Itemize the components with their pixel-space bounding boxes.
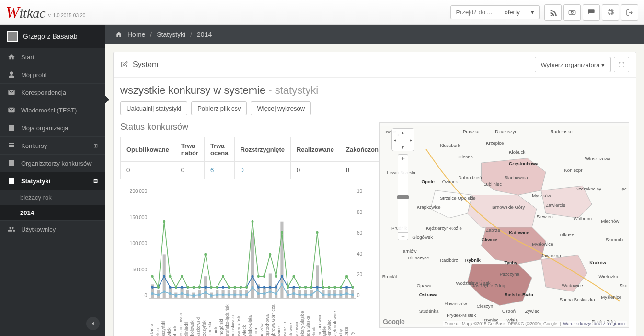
fullscreen-icon[interactable]: [614, 57, 629, 72]
nav-messages[interactable]: Wiadomości (TEST): [0, 101, 105, 119]
nav-profile[interactable]: Mój profil: [0, 66, 105, 84]
svg-text:Ozimek: Ozimek: [442, 179, 458, 185]
app-logo: Witkac: [6, 3, 46, 22]
breadcrumb-stats[interactable]: Statystyki: [157, 31, 185, 38]
nav-stats-2014[interactable]: 2014: [0, 205, 105, 221]
svg-point-64: [310, 293, 312, 296]
svg-text:Olkusz: Olkusz: [560, 232, 574, 237]
svg-point-59: [281, 283, 283, 286]
svg-point-93: [275, 286, 277, 289]
svg-point-55: [257, 292, 260, 295]
svg-text:Opole: Opole: [422, 179, 435, 185]
svg-point-110: [169, 275, 172, 278]
svg-text:Częstochowa: Częstochowa: [509, 161, 539, 166]
status-title: Status konkursów: [120, 122, 370, 132]
svg-point-84: [222, 286, 224, 289]
svg-point-136: [322, 286, 324, 289]
svg-point-60: [287, 293, 289, 296]
svg-point-66: [322, 293, 324, 296]
svg-point-54: [252, 286, 254, 289]
svg-point-134: [310, 286, 312, 289]
svg-point-44: [193, 294, 195, 297]
svg-text:Hawierzów: Hawierzów: [445, 301, 467, 306]
svg-point-141: [351, 286, 354, 289]
svg-point-109: [163, 220, 165, 223]
svg-text:Cieszyn: Cieszyn: [477, 303, 493, 309]
nav-contests[interactable]: Konkursy⊞: [0, 137, 105, 155]
goto-input[interactable]: [450, 5, 498, 19]
svg-point-119: [222, 275, 224, 278]
svg-point-114: [193, 286, 195, 289]
rss-icon[interactable]: [544, 4, 562, 21]
gear-icon[interactable]: [602, 4, 619, 21]
map-pan-control[interactable]: ▴▾ ◂▸: [391, 128, 414, 151]
svg-point-138: [334, 286, 336, 289]
svg-point-41: [175, 294, 177, 297]
nav-organizers[interactable]: Organizatorzy konkursów: [0, 155, 105, 172]
svg-text:Ostrawa: Ostrawa: [419, 292, 438, 297]
svg-text:Zawiercie: Zawiercie: [546, 202, 565, 208]
nav-start[interactable]: Start: [0, 48, 105, 66]
svg-text:Racibórz: Racibórz: [440, 258, 458, 263]
svg-point-81: [204, 286, 207, 289]
btn-more-charts[interactable]: Więcej wykresów: [251, 101, 311, 115]
svg-point-130: [287, 286, 289, 289]
chat-icon[interactable]: [583, 4, 600, 21]
money-icon[interactable]: [564, 4, 581, 21]
org-selector[interactable]: Wybierz organizatora ▾: [535, 57, 611, 72]
svg-point-75: [169, 286, 172, 289]
collapse-icon: ⊟: [93, 178, 98, 184]
svg-point-116: [204, 253, 207, 256]
svg-point-62: [299, 293, 301, 296]
svg-point-71: [351, 293, 354, 296]
svg-point-37: [151, 292, 154, 295]
svg-point-90: [257, 286, 260, 289]
svg-text:Wadowice: Wadowice: [562, 283, 583, 288]
svg-point-51: [234, 293, 236, 296]
btn-update-stats[interactable]: Uaktualnij statystyki: [120, 101, 187, 115]
svg-point-137: [328, 286, 330, 289]
svg-text:Siewierz: Siewierz: [537, 214, 554, 219]
nav-users[interactable]: Użytkownicy: [0, 221, 105, 238]
svg-text:Szczekociny: Szczekociny: [575, 186, 601, 191]
status-table: OpublikowaneTrwa nabórTrwa ocenaRozstrzy…: [120, 137, 388, 179]
username: Grzegorz Basarab: [23, 33, 78, 40]
svg-point-42: [181, 292, 183, 295]
svg-point-43: [186, 293, 189, 296]
svg-text:Strzelce Opolskie: Strzelce Opolskie: [440, 195, 476, 201]
nav-org[interactable]: Moja organizacja: [0, 119, 105, 137]
svg-text:Myszków: Myszków: [532, 193, 551, 198]
goto-group: oferty ▾: [450, 5, 540, 19]
map-zoom-control[interactable]: + −: [398, 154, 408, 240]
logout-icon[interactable]: [621, 4, 638, 21]
svg-text:Jastrzębie-Zdrój: Jastrzębie-Zdrój: [472, 283, 505, 288]
svg-text:Bruntál: Bruntál: [382, 274, 397, 279]
svg-rect-0: [569, 11, 575, 14]
goto-type-label[interactable]: oferty: [498, 5, 526, 19]
svg-point-133: [304, 286, 307, 289]
svg-point-77: [181, 286, 183, 289]
goto-caret[interactable]: ▾: [526, 5, 540, 19]
panel-title: System: [133, 60, 158, 69]
svg-text:Kluczbork: Kluczbork: [440, 143, 460, 148]
nav-correspondence[interactable]: Korespondencja: [0, 84, 105, 101]
map-terms-link[interactable]: Warunki korzystania z programu: [563, 321, 625, 326]
svg-point-124: [252, 220, 254, 223]
svg-point-89: [252, 275, 254, 278]
nav-stats-current[interactable]: bieżący rok: [0, 190, 105, 205]
svg-point-126: [263, 275, 265, 278]
btn-download-csv[interactable]: Pobierz plik csv: [191, 101, 247, 115]
breadcrumb-home[interactable]: Home: [127, 31, 145, 38]
user-row[interactable]: Grzegorz Basarab: [0, 25, 105, 48]
svg-text:Słomniki: Słomniki: [606, 237, 623, 242]
sidebar-collapse-btn[interactable]: [86, 317, 100, 330]
svg-point-38: [157, 293, 160, 296]
nav-stats[interactable]: Statystyki⊟: [0, 172, 105, 190]
map[interactable]: owice Praszka Działoszyn Radomsko Kluczb…: [380, 122, 629, 328]
app-version: v. 1.0 2015-03-20: [48, 13, 86, 18]
svg-point-113: [186, 286, 189, 289]
svg-text:Jęc: Jęc: [620, 186, 627, 191]
svg-point-46: [204, 291, 207, 294]
svg-point-123: [245, 286, 248, 289]
home-icon[interactable]: [115, 31, 123, 38]
